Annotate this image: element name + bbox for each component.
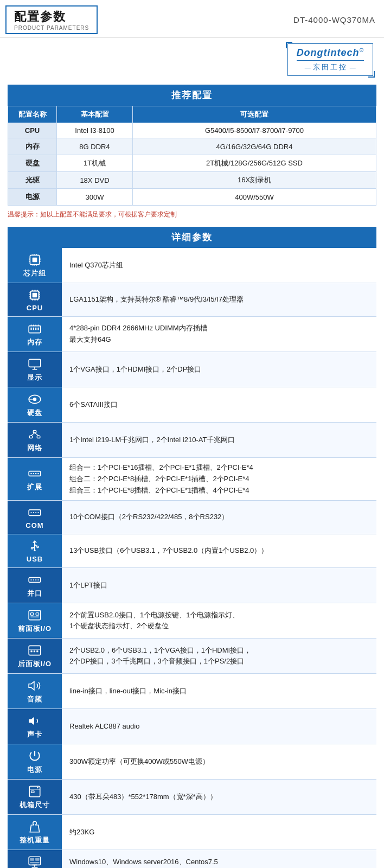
table-row: 硬盘 1T机械 2T机械/128G/256G/512G SSD bbox=[8, 155, 376, 172]
rec-basic: Intel I3-8100 bbox=[57, 123, 133, 138]
rec-basic: 1T机械 bbox=[57, 155, 133, 172]
svg-rect-74 bbox=[30, 613, 33, 615]
detail-row: 声卡Realtek ALC887 audio bbox=[8, 709, 376, 744]
icon-cell-chipset: 芯片组 bbox=[8, 248, 62, 283]
expand-icon bbox=[27, 466, 42, 481]
detail-row: 音频line-in接口，line-out接口，Mic-in接口 bbox=[8, 674, 376, 709]
svg-point-61 bbox=[37, 512, 39, 513]
table-row: 光驱 18X DVD 16X刻录机 bbox=[8, 172, 376, 189]
rec-optional: 16X刻录机 bbox=[133, 172, 376, 189]
recommended-title: 推荐配置 bbox=[8, 85, 376, 106]
detail-value: 430（带耳朵483）*552*178mm（宽*深*高）） bbox=[62, 780, 376, 815]
icon-label-text: COM bbox=[25, 521, 43, 529]
detail-value: 300W额定功率（可更换400W或550W电源） bbox=[62, 744, 376, 780]
rec-basic: 300W bbox=[57, 189, 133, 206]
icon-label-text: 显示 bbox=[27, 373, 42, 382]
detail-row: 网络1个Intel i219-LM千兆网口，2个Intel i210-AT千兆网… bbox=[8, 423, 376, 458]
detail-value: Intel Q370芯片组 bbox=[62, 248, 376, 283]
detail-row: 扩展组合一：1个PCI-E*16插槽、2个PCI-E*1插槽、2个PCI-E*4… bbox=[8, 458, 376, 501]
table-row: 电源 300W 400W/550W bbox=[8, 189, 376, 206]
icon-cell-memory: 内存 bbox=[8, 317, 62, 352]
detail-row: 硬盘6个SATAIII接口 bbox=[8, 387, 376, 423]
svg-rect-47 bbox=[29, 436, 32, 438]
svg-rect-66 bbox=[31, 548, 33, 550]
rec-name: 电源 bbox=[8, 189, 57, 206]
detail-row: CPULGA1151架构，支持英特尔® 酷睿™8/9代I3/I5/I7处理器 bbox=[8, 283, 376, 317]
icon-label-text: 声卡 bbox=[27, 730, 42, 739]
detail-value: LGA1151架构，支持英特尔® 酷睿™8/9代I3/I5/I7处理器 bbox=[62, 283, 376, 317]
svg-rect-48 bbox=[33, 430, 36, 432]
logo-en: Dongtintech® bbox=[297, 47, 364, 59]
svg-rect-85 bbox=[31, 791, 34, 793]
svg-line-50 bbox=[31, 433, 35, 436]
svg-rect-1 bbox=[33, 258, 37, 263]
memory-icon bbox=[27, 321, 42, 336]
svg-rect-53 bbox=[30, 473, 31, 474]
icon-label-text: 并口 bbox=[27, 589, 42, 598]
svg-rect-49 bbox=[37, 436, 40, 438]
svg-rect-54 bbox=[33, 473, 34, 474]
table-header-row: 配置名称 基本配置 可选配置 bbox=[8, 106, 376, 123]
title-box: 配置参数 PRODUCT PARAMETERS bbox=[5, 5, 98, 34]
svg-rect-80 bbox=[34, 650, 35, 652]
svg-rect-55 bbox=[35, 473, 36, 474]
detail-value: 6个SATAIII接口 bbox=[62, 387, 376, 423]
icon-cell-expand: 扩展 bbox=[8, 458, 62, 501]
icon-cell-weight: 整机重量 bbox=[8, 815, 62, 850]
chassis-icon bbox=[27, 784, 42, 799]
parallel-icon bbox=[27, 572, 42, 588]
logo-cn: 东田工控 bbox=[313, 62, 348, 72]
detail-section: 详细参数 芯片组Intel Q370芯片组CPULGA1151架构，支持英特尔®… bbox=[8, 227, 376, 868]
detail-value: line-in接口，line-out接口，Mic-in接口 bbox=[62, 674, 376, 709]
svg-point-59 bbox=[33, 512, 34, 513]
col-header-optional: 可选配置 bbox=[133, 106, 376, 123]
detail-row: 系统支持Windows10、Windows server2016、Centos7… bbox=[8, 850, 376, 868]
svg-rect-88 bbox=[35, 858, 40, 861]
icon-cell-os: 系统支持 bbox=[8, 850, 62, 868]
table-row: 内存 8G DDR4 4G/16G/32G/64G DDR4 bbox=[8, 138, 376, 155]
detail-value: Windows10、Windows server2016、Centos7.5Ub… bbox=[62, 850, 376, 868]
icon-label-text: 电源 bbox=[27, 765, 42, 775]
detail-row: 整机重量约23KG bbox=[8, 815, 376, 850]
usb-icon bbox=[27, 539, 42, 554]
os-icon bbox=[27, 854, 42, 868]
svg-rect-81 bbox=[36, 650, 38, 652]
svg-rect-89 bbox=[30, 862, 39, 863]
detail-value: 1个VGA接口，1个HDMI接口，2个DP接口 bbox=[62, 352, 376, 387]
rec-basic: 8G DDR4 bbox=[57, 138, 133, 155]
icon-cell-rear-io: 后面板I/O bbox=[8, 639, 62, 674]
icon-cell-parallel: 并口 bbox=[8, 568, 62, 603]
svg-point-64 bbox=[37, 546, 39, 548]
detail-value: 2个前置USB2.0接口、1个电源按键、1个电源指示灯、1个硬盘状态指示灯、2个… bbox=[62, 603, 376, 639]
display-icon bbox=[27, 356, 42, 372]
warm-tip: 温馨提示：如以上配置不能满足要求，可根据客户要求定制 bbox=[8, 210, 376, 219]
detail-value: 约23KG bbox=[62, 815, 376, 850]
icon-label-text: 芯片组 bbox=[23, 269, 46, 278]
icon-label-text: 扩展 bbox=[27, 482, 42, 492]
icon-label-text: 内存 bbox=[27, 337, 42, 347]
rear-io-icon bbox=[27, 643, 42, 658]
svg-point-67 bbox=[34, 550, 35, 551]
page-title: 配置参数 bbox=[14, 9, 89, 25]
audio-icon bbox=[27, 678, 42, 693]
icon-cell-audio: 音频 bbox=[8, 674, 62, 709]
table-row: CPU Intel I3-8100 G5400/I5-8500/I7-8700/… bbox=[8, 123, 376, 138]
svg-rect-87 bbox=[30, 858, 34, 861]
network-icon bbox=[27, 427, 42, 442]
icon-cell-power: 电源 bbox=[8, 744, 62, 780]
svg-point-60 bbox=[35, 512, 36, 513]
col-header-basic: 基本配置 bbox=[57, 106, 133, 123]
icon-label-text: 整机重量 bbox=[20, 835, 50, 845]
icon-label-text: 机箱尺寸 bbox=[20, 800, 50, 810]
logo-area: Dongtintech® — 东田工控 — bbox=[0, 38, 384, 79]
detail-row: USB13个USB接口（6个USB3.1，7个USB2.0（内置1个USB2.0… bbox=[8, 534, 376, 568]
svg-rect-56 bbox=[37, 473, 39, 474]
icon-cell-front-io: 前面板I/O bbox=[8, 603, 62, 639]
detail-row: 后面板I/O2个USB2.0，6个USB3.1，1个VGA接口，1个HDMI接口… bbox=[8, 639, 376, 674]
svg-line-51 bbox=[35, 433, 39, 436]
icon-cell-cpu: CPU bbox=[8, 283, 62, 317]
icon-label-text: 音频 bbox=[27, 694, 42, 704]
detail-value: 2个USB2.0，6个USB3.1，1个VGA接口，1个HDMI接口，2个DP接… bbox=[62, 639, 376, 674]
brand-logo: Dongtintech® — 东田工控 — bbox=[287, 43, 373, 76]
icon-label-text: USB bbox=[27, 555, 43, 563]
